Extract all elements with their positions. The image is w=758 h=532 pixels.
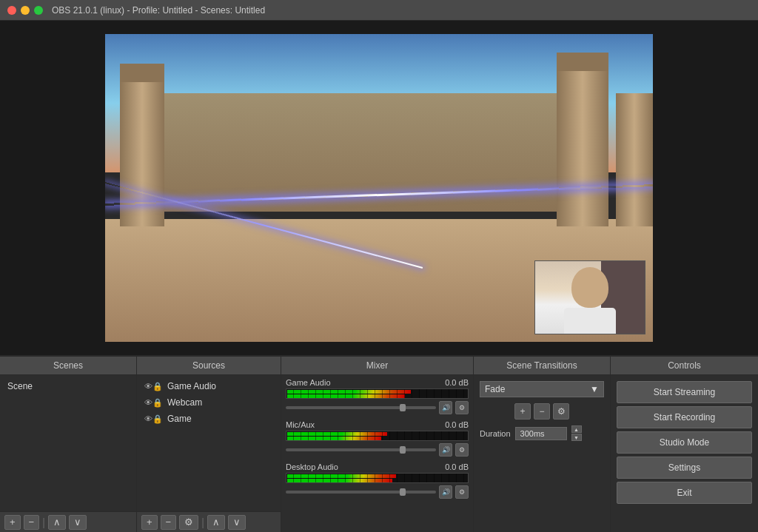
track-name-game-audio: Game Audio xyxy=(286,378,331,387)
duration-increment[interactable]: ▲ xyxy=(571,425,582,433)
mixer-panel: Mixer Game Audio 0.0 dB 🔊 xyxy=(281,357,474,532)
volume-slider-desktop-audio[interactable] xyxy=(286,491,436,494)
gate-top-left xyxy=(120,64,164,82)
source-name-game: Game xyxy=(167,414,192,424)
track-db-mic-aux: 0.0 dB xyxy=(445,420,469,429)
settings-button[interactable]: Settings xyxy=(617,457,752,479)
transitions-panel: Scene Transitions Fade ▼ + − ⚙ Duration … xyxy=(474,357,611,532)
track-name-desktop-audio: Desktop Audio xyxy=(286,462,338,471)
scenes-header: Scenes xyxy=(0,357,136,375)
mixer-track-header-mic-aux: Mic/Aux 0.0 dB xyxy=(286,420,469,429)
transitions-header: Scene Transitions xyxy=(474,357,610,375)
sources-list: 👁🔒 Game Audio 👁🔒 Webcam 👁🔒 Game xyxy=(137,375,281,511)
mixer-track-header-desktop-audio: Desktop Audio 0.0 dB xyxy=(286,462,469,471)
webcam-person xyxy=(535,261,645,334)
source-item-webcam[interactable]: 👁🔒 Webcam xyxy=(140,394,278,411)
controls-header: Controls xyxy=(611,357,758,375)
duration-decrement[interactable]: ▼ xyxy=(571,434,582,441)
volume-slider-mic-aux[interactable] xyxy=(286,448,436,451)
preview-canvas xyxy=(105,34,653,342)
controls-panel: Controls Start Streaming Start Recording… xyxy=(611,357,758,532)
volume-thumb-game-audio xyxy=(400,404,406,411)
tick-marks-desktop-audio xyxy=(286,474,468,482)
mixer-controls-mic-aux: 🔊 ⚙ xyxy=(286,443,469,457)
sources-panel: Sources 👁🔒 Game Audio 👁🔒 Webcam 👁🔒 Game … xyxy=(137,357,281,532)
tick-marks-mic-aux xyxy=(286,431,468,440)
minimize-button[interactable] xyxy=(21,6,30,15)
duration-label: Duration xyxy=(480,429,511,438)
source-name-game-audio: Game Audio xyxy=(167,381,216,391)
close-button[interactable] xyxy=(7,6,16,15)
source-item-game-audio[interactable]: 👁🔒 Game Audio xyxy=(140,378,278,394)
volume-thumb-desktop-audio xyxy=(400,488,406,496)
mute-button-game-audio[interactable]: 🔊 xyxy=(439,401,452,414)
sources-header: Sources xyxy=(137,357,281,375)
chevron-down-icon: ▼ xyxy=(590,384,599,394)
add-transition-button[interactable]: + xyxy=(514,403,531,420)
transition-add-row: + − ⚙ xyxy=(480,403,604,420)
move-scene-up-button[interactable]: ∧ xyxy=(48,515,66,530)
add-source-button[interactable]: + xyxy=(141,515,158,530)
mixer-header: Mixer xyxy=(281,357,473,375)
move-source-down-button[interactable]: ∨ xyxy=(228,515,246,530)
person-body xyxy=(564,308,616,334)
move-scene-down-button[interactable]: ∨ xyxy=(69,515,87,530)
track-db-desktop-audio: 0.0 dB xyxy=(445,462,469,471)
mute-button-desktop-audio[interactable]: 🔊 xyxy=(439,485,452,499)
mixer-content: Game Audio 0.0 dB 🔊 ⚙ xyxy=(281,375,473,532)
settings-button-mic-aux[interactable]: ⚙ xyxy=(455,443,469,457)
level-meter-desktop-audio xyxy=(286,473,469,483)
studio-mode-button[interactable]: Studio Mode xyxy=(617,431,752,454)
person-head xyxy=(571,267,608,308)
transition-type-dropdown[interactable]: Fade ▼ xyxy=(480,381,604,397)
source-item-game[interactable]: 👁🔒 Game xyxy=(140,411,278,427)
mixer-track-game-audio: Game Audio 0.0 dB 🔊 ⚙ xyxy=(286,378,469,414)
move-source-up-button[interactable]: ∧ xyxy=(207,515,225,530)
duration-spinner: ▲ ▼ xyxy=(571,425,582,441)
gate-top-right xyxy=(557,53,608,71)
scenes-controls: + − | ∧ ∨ xyxy=(0,511,136,532)
settings-button-desktop-audio[interactable]: ⚙ xyxy=(455,485,469,499)
mixer-controls-game-audio: 🔊 ⚙ xyxy=(286,401,469,414)
duration-input[interactable]: 300ms xyxy=(515,427,567,440)
eye-lock-icon-3: 👁🔒 xyxy=(144,414,163,424)
eye-lock-icon: 👁🔒 xyxy=(144,382,163,391)
start-streaming-button[interactable]: Start Streaming xyxy=(617,381,752,403)
track-name-mic-aux: Mic/Aux xyxy=(286,420,315,429)
volume-thumb-mic-aux xyxy=(400,446,406,454)
controls-content: Start Streaming Start Recording Studio M… xyxy=(611,375,758,532)
sources-controls: + − ⚙ | ∧ ∨ xyxy=(137,511,281,532)
settings-button-game-audio[interactable]: ⚙ xyxy=(455,401,469,414)
remove-source-button[interactable]: − xyxy=(161,515,177,530)
level-meter-mic-aux xyxy=(286,431,469,441)
add-scene-button[interactable]: + xyxy=(4,515,21,530)
eye-lock-icon-2: 👁🔒 xyxy=(144,398,163,408)
duration-row: Duration 300ms ▲ ▼ xyxy=(480,425,604,441)
preview-area xyxy=(0,21,758,355)
maximize-button[interactable] xyxy=(34,6,43,15)
window-title: OBS 21.0.1 (linux) - Profile: Untitled -… xyxy=(52,5,265,16)
exit-button[interactable]: Exit xyxy=(617,482,752,504)
source-settings-button[interactable]: ⚙ xyxy=(179,515,198,530)
tick-marks-game-audio xyxy=(286,389,468,398)
pillar-far-right xyxy=(616,93,653,226)
scene-item[interactable]: Scene xyxy=(3,378,133,394)
level-meter-game-audio xyxy=(286,388,469,399)
scenes-list: Scene xyxy=(0,375,136,511)
mute-button-mic-aux[interactable]: 🔊 xyxy=(439,443,452,457)
transition-settings-button[interactable]: ⚙ xyxy=(553,403,569,420)
webcam-overlay xyxy=(534,260,645,334)
volume-slider-game-audio[interactable] xyxy=(286,406,436,409)
transition-type-label: Fade xyxy=(485,384,505,394)
scenes-separator: | xyxy=(42,516,45,528)
sources-separator: | xyxy=(201,516,204,528)
window-controls xyxy=(7,6,43,15)
start-recording-button[interactable]: Start Recording xyxy=(617,406,752,428)
remove-scene-button[interactable]: − xyxy=(24,515,40,530)
scenes-panel: Scenes Scene + − | ∧ ∨ xyxy=(0,357,137,532)
pillar-right xyxy=(557,64,608,226)
bottom-panels: Scenes Scene + − | ∧ ∨ Sources 👁🔒 Game A… xyxy=(0,355,758,532)
remove-transition-button[interactable]: − xyxy=(534,403,550,420)
mixer-track-desktop-audio: Desktop Audio 0.0 dB 🔊 ⚙ xyxy=(286,462,469,499)
mixer-track-header-game-audio: Game Audio 0.0 dB xyxy=(286,378,469,387)
